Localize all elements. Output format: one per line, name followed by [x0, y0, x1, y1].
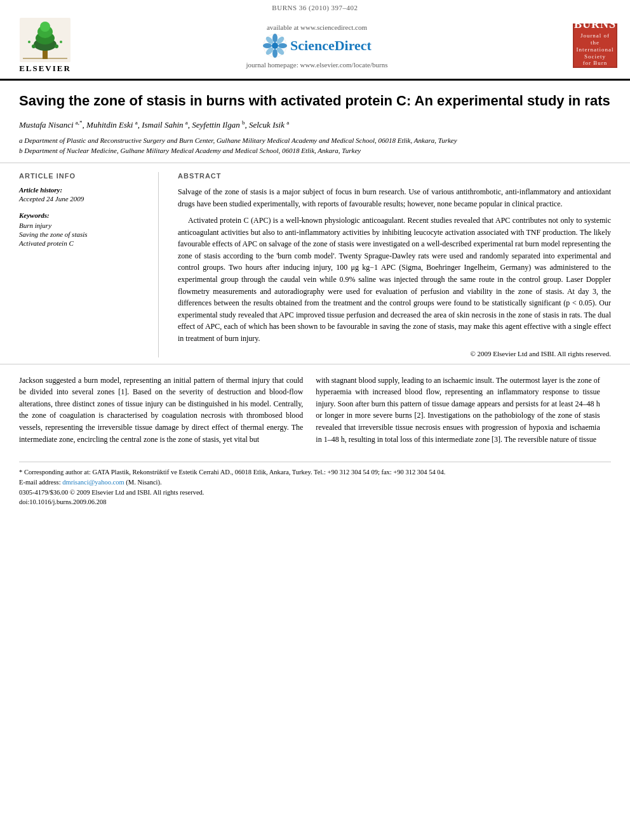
body-right-text: with stagnant blood supply, leading to a… — [316, 375, 600, 446]
svg-point-12 — [272, 34, 278, 43]
journal-reference-bar: BURNS 36 (2010) 397–402 — [0, 0, 630, 13]
body-left-paragraph: Jackson suggested a burn model, represen… — [19, 375, 303, 446]
accepted-date: Accepted 24 June 2009 — [19, 195, 84, 203]
header-center: available at www.sciencedirect.com Sc — [80, 23, 554, 69]
sciencedirect-icon — [262, 33, 288, 58]
body-right-paragraph: with stagnant blood supply, leading to a… — [316, 375, 600, 446]
journal-ref: BURNS 36 (2010) 397–402 — [272, 4, 358, 11]
burns-badge-detail: Journal of theInternational Societyfor B… — [577, 32, 614, 74]
sciencedirect-text: ScienceDirect — [290, 37, 372, 54]
article-info-column: ARTICLE INFO Article history: Accepted 2… — [19, 172, 159, 357]
authors-line: Mustafa Nisanci a,*, Muhitdin Eski a, Is… — [19, 119, 611, 130]
article-history: Article history: Accepted 24 June 2009 — [19, 186, 148, 203]
elsevier-tree-icon — [20, 18, 70, 62]
article-title: Saving the zone of stasis in burns with … — [19, 92, 611, 110]
email-name: (M. Nisanci). — [126, 479, 161, 486]
keyword-3: Activated protein C — [19, 239, 148, 247]
affiliation-a: a Department of Plastic and Reconstructi… — [19, 137, 457, 144]
page-wrapper: BURNS 36 (2010) 397–402 — [0, 0, 630, 840]
body-right-column: with stagnant blood supply, leading to a… — [316, 375, 600, 450]
body-section: Jackson suggested a burn model, represen… — [0, 364, 630, 456]
svg-point-7 — [55, 44, 58, 48]
svg-point-6 — [32, 44, 36, 48]
body-left-text: Jackson suggested a burn model, represen… — [19, 375, 303, 446]
email-label: E-mail address: — [19, 479, 61, 486]
affiliations: a Department of Plastic and Reconstructi… — [19, 135, 611, 156]
journal-homepage: journal homepage: www.elsevier.com/locat… — [246, 61, 388, 69]
article-title-section: Saving the zone of stasis in burns with … — [0, 81, 630, 163]
abstract-paragraph-2: Activated protein C (APC) is a well-know… — [178, 215, 611, 345]
keyword-1: Burn injury — [19, 222, 148, 229]
sciencedirect-logo: ScienceDirect — [262, 33, 372, 58]
abstract-text: Salvage of the zone of stasis is a major… — [178, 186, 611, 345]
burns-logo-box: BURNS Journal of theInternational Societ… — [554, 23, 617, 68]
copyright-line: © 2009 Elsevier Ltd and ISBI. All rights… — [178, 350, 611, 357]
doi-line: doi:10.1016/j.burns.2009.06.208 — [19, 498, 106, 505]
email-link[interactable]: dmrisanci@yahoo.com — [62, 479, 124, 486]
abstract-label: ABSTRACT — [178, 172, 611, 180]
corresponding-author: * Corresponding author at: GATA Plastik,… — [19, 469, 445, 476]
svg-point-9 — [60, 41, 62, 43]
burns-badge: BURNS Journal of theInternational Societ… — [573, 23, 617, 68]
journal-header: ELSEVIER available at www.sciencedirect.… — [0, 13, 630, 81]
elsevier-text: ELSEVIER — [19, 63, 71, 74]
body-left-column: Jackson suggested a burn model, represen… — [19, 375, 303, 450]
svg-rect-1 — [43, 50, 48, 59]
abstract-paragraph-1: Salvage of the zone of stasis is a major… — [178, 186, 611, 210]
issn-line: 0305-4179/$36.00 © 2009 Elsevier Ltd and… — [19, 489, 204, 496]
article-info-label: ARTICLE INFO — [19, 172, 148, 180]
keywords-section: Keywords: Burn injury Saving the zone of… — [19, 211, 148, 247]
svg-point-15 — [278, 43, 287, 48]
footer-section: * Corresponding author at: GATA Plastik,… — [19, 462, 611, 514]
elsevier-logo: ELSEVIER — [10, 18, 80, 74]
svg-point-5 — [40, 22, 50, 32]
available-at: available at www.sciencedirect.com — [267, 23, 367, 31]
svg-point-13 — [272, 49, 278, 58]
affiliation-b: b Department of Nuclear Medicine, Gulhan… — [19, 147, 361, 154]
svg-point-14 — [263, 43, 272, 48]
abstract-column: ABSTRACT Salvage of the zone of stasis i… — [171, 172, 611, 357]
history-label: Article history: — [19, 186, 148, 194]
authors-text: Mustafa Nisanci a,*, Muhitdin Eski a, Is… — [19, 120, 289, 130]
svg-point-8 — [28, 41, 30, 43]
keyword-2: Saving the zone of stasis — [19, 230, 148, 238]
footer-text: * Corresponding author at: GATA Plastik,… — [19, 467, 611, 507]
article-info-abstract-section: ARTICLE INFO Article history: Accepted 2… — [0, 163, 630, 364]
keywords-label: Keywords: — [19, 211, 148, 219]
burns-label: BURNS — [574, 18, 616, 31]
svg-point-20 — [272, 43, 278, 49]
